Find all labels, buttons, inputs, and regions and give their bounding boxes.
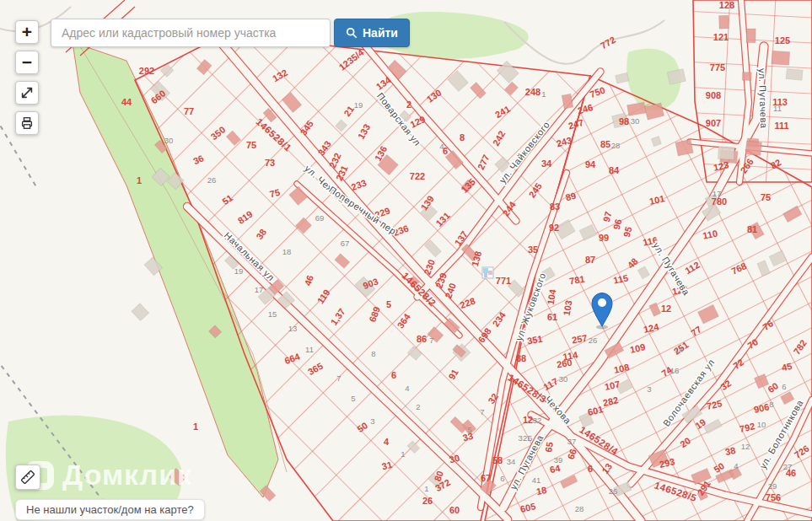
house-number-label: 15 <box>268 309 277 319</box>
house-number-label: 4 <box>405 384 409 393</box>
ruler-icon <box>19 469 36 486</box>
tile-placeholder-icon <box>482 267 493 278</box>
parcel-number-label: 775 <box>710 62 725 73</box>
parcel-number-label: 58 <box>492 455 503 465</box>
search-icon <box>346 27 358 39</box>
parcel-number-label: 2 <box>406 99 411 110</box>
house-number-label: 16 <box>670 366 680 375</box>
building-footprint <box>742 73 751 81</box>
parcel-number-label: 60 <box>449 505 460 515</box>
zoom-in-button[interactable]: + <box>15 20 39 44</box>
parcel-number-label: 61 <box>547 312 557 322</box>
house-number-label: 1 <box>401 449 405 459</box>
search-button-label: Найти <box>363 26 398 40</box>
parcel-number-label: 26 <box>422 496 433 506</box>
house-number-label: 8 <box>769 400 773 409</box>
house-number-label: 32Б <box>519 433 533 443</box>
parcel-number-label: 756 <box>766 492 781 502</box>
parcel-number-label: 908 <box>706 90 721 100</box>
parcel-number-label: 125 <box>775 35 790 46</box>
parcel-number-label: 771 <box>496 276 511 286</box>
parcel-number-label: 83 <box>550 201 560 212</box>
parcel-number-label: 73 <box>265 158 275 168</box>
parcel-number-label: 45 <box>781 361 793 373</box>
house-number-label: 39 <box>554 455 563 465</box>
house-number-label: 30 <box>164 136 174 145</box>
house-number-label: 37 <box>567 437 577 446</box>
house-number-label: 26 <box>589 336 598 345</box>
parcel-number-label: 86 <box>417 334 427 344</box>
house-number-label: 4 <box>439 142 444 151</box>
street-name-label: ул. Пугачева <box>757 68 770 129</box>
parcel-number-label: 12 <box>661 303 671 314</box>
house-number-label: 27 <box>783 462 793 471</box>
building-footprint <box>745 141 762 155</box>
house-number-label: 13 <box>288 324 298 333</box>
house-number-label: 19 <box>234 266 244 276</box>
parcel-number-label: 38 <box>724 445 736 457</box>
parcel-number-label: 99 <box>599 233 609 243</box>
house-number-label: 5 <box>351 394 355 403</box>
parcel-number-label: 18 <box>535 485 547 497</box>
house-number-label: 10 <box>757 420 766 429</box>
house-number-label: 69 <box>315 213 325 223</box>
house-number-label: 1 <box>424 484 428 493</box>
house-number-label: 4 <box>734 461 738 470</box>
measure-button[interactable] <box>15 465 40 490</box>
parcel-number-label: 75 <box>246 140 256 150</box>
not-found-on-map-button[interactable]: Не нашли участок/дом на карте? <box>15 499 205 520</box>
house-number-label: 2 <box>416 402 420 411</box>
map-canvas[interactable]: 292446607735036151819387573751321235/413… <box>0 0 812 521</box>
parcel-number-label: 94 <box>585 159 596 169</box>
house-number-label: 30 <box>631 116 640 126</box>
search-bar: Найти <box>51 19 410 47</box>
search-button[interactable]: Найти <box>334 19 410 47</box>
building-footprint <box>746 29 756 43</box>
search-input[interactable] <box>51 19 331 47</box>
print-button[interactable] <box>15 111 39 135</box>
parcel-number-label: 44 <box>121 97 132 107</box>
house-number-label: 34 <box>507 457 516 466</box>
house-number-label: 11 <box>773 104 782 113</box>
house-number-label: 7 <box>336 373 341 383</box>
house-number-label: 67 <box>341 239 350 248</box>
parcel-number-label: 34 <box>541 158 552 169</box>
parcel-number-label: 907 <box>706 118 721 128</box>
house-number-label: 6 <box>500 474 504 483</box>
parcel-number-label: 121 <box>713 32 729 42</box>
parcel-number-label: 84 <box>609 165 620 175</box>
parcel-number-label: 98 <box>619 116 629 126</box>
house-number-label: 6 <box>782 382 786 391</box>
parcel-number-label: 92 <box>549 223 559 233</box>
house-number-label: 17 <box>713 189 722 198</box>
parcel-number-label: 6 <box>391 370 396 380</box>
house-number-label: 28 <box>575 504 584 513</box>
parcel-number-label: 77 <box>184 106 194 116</box>
house-number-label: 17 <box>255 285 264 294</box>
parcel-number-label: 722 <box>410 171 425 181</box>
parcel-number-label: 65 <box>543 441 555 453</box>
zoom-out-button[interactable]: − <box>15 51 39 74</box>
expand-arrows-icon <box>19 85 35 100</box>
parcel-number-label: 128 <box>719 0 734 10</box>
house-number-label: 41 <box>532 475 541 485</box>
parcel-number-label: 111 <box>774 121 788 131</box>
house-number-label: 19 <box>354 100 363 110</box>
house-number-label: 18 <box>282 247 292 256</box>
house-number-label: 7 <box>480 407 484 416</box>
house-number-label: 26 <box>207 175 217 185</box>
parcel-number-label: 81 <box>747 224 757 234</box>
house-number-label: 14 <box>675 345 684 354</box>
building-footprint <box>786 68 803 80</box>
parcel-number-label: 12 <box>523 415 533 425</box>
parcel-number-label: 1 <box>193 422 198 432</box>
house-number-label: 7 <box>429 336 433 345</box>
parcel-number-label: 88 <box>516 353 526 363</box>
fullscreen-button[interactable] <box>15 81 39 105</box>
parcel-number-label: 248 <box>525 87 540 97</box>
parcel-number-label: 67 <box>481 473 491 483</box>
house-number-label: 28 <box>611 141 621 150</box>
building-footprint <box>675 139 693 156</box>
house-number-label: 11 <box>305 345 314 354</box>
parcel-number-label: 35 <box>528 244 538 255</box>
